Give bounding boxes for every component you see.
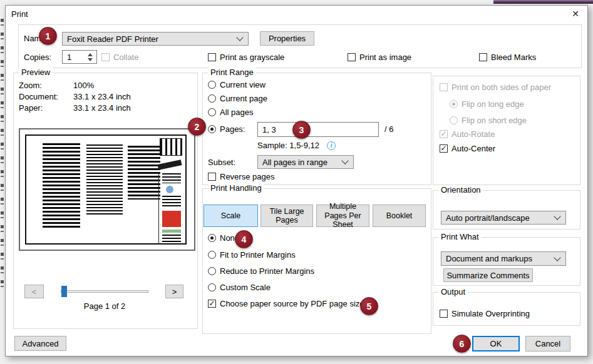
thumbnail-sidebar-text [162,173,181,183]
page-slider-handle[interactable] [61,286,67,297]
thumbnail-green-strip [162,230,181,233]
grayscale-checkbox[interactable]: Print as grayscale [208,53,284,62]
radio-all-pages[interactable]: All pages [208,108,253,117]
auto-rotate-checkbox-box [440,130,448,138]
radio-current-page[interactable]: Current page [208,94,267,103]
print-as-image-checkbox[interactable]: Print as image [348,53,411,62]
duplex-group: Print on both sides of paper Flip on lon… [433,76,580,185]
orientation-select[interactable]: Auto portrait/landscape [441,211,566,225]
grayscale-checkbox-box [208,53,216,61]
thumbnail-text-block [128,146,160,200]
close-button[interactable]: ✕ [567,7,584,21]
grayscale-label: Print as grayscale [220,53,284,62]
simulate-overprinting-checkbox[interactable]: Simulate Overprinting [440,309,530,318]
radio-current-view[interactable]: Current view [208,80,266,89]
paper-source-checkbox-box [208,300,216,308]
pages-input[interactable]: 1, 3 [257,122,379,137]
print-as-image-label: Print as image [359,53,411,62]
print-what-select[interactable]: Document and markups [441,251,566,266]
page-slider-track[interactable] [61,290,148,293]
radio-custom-scale[interactable]: Custom Scale [208,283,271,292]
print-what-group-title: Print What [438,232,482,241]
spin-up-icon [88,53,93,56]
tab-scale[interactable]: Scale [204,205,258,227]
print-dialog: Print ✕ Name: Foxit Reader PDF Printer P… [5,5,588,356]
thumbnail-sidebar-text [162,196,181,208]
ok-button[interactable]: OK [472,336,520,351]
orientation-group: Orientation Auto portrait/landscape [433,190,580,230]
radio-custom-scale-circle [208,283,216,291]
output-group: Output Simulate Overprinting [433,292,580,326]
cancel-button[interactable]: Cancel [525,336,570,351]
reverse-pages-checkbox[interactable]: Reverse pages [208,172,274,181]
spin-down-icon [88,58,93,61]
step-badge-6: 6 [453,335,471,353]
radio-flip-short-edge[interactable]: Flip on short edge [450,116,527,125]
previous-page-button[interactable]: < [24,285,44,298]
copies-spin-buttons[interactable] [85,51,95,63]
preview-group: Preview Zoom: 100% Document: 33.1 x 23.4… [13,73,198,329]
radio-reduce-to-printer-margins[interactable]: Reduce to Printer Margins [208,266,314,276]
step-badge-1: 1 [39,27,57,45]
orientation-group-title: Orientation [438,185,483,195]
bleed-marks-label: Bleed Marks [491,53,536,62]
radio-reduce-circle [208,267,216,275]
radio-current-page-circle [208,94,216,103]
copies-label: Copies: [24,53,51,62]
radio-current-view-circle [208,81,216,89]
subset-select[interactable]: All pages in range [257,155,354,169]
auto-center-checkbox[interactable]: Auto-Center [440,144,495,153]
both-sides-checkbox-box [440,83,448,91]
flip-short-label: Flip on short edge [462,116,527,125]
step-badge-2: 2 [188,118,206,136]
copies-stepper[interactable]: 1 [62,50,97,64]
output-group-title: Output [438,287,468,296]
print-handling-group: Print Handling Scale Tile Large Pages Mu… [202,188,431,334]
print-range-group: Print Range Current view Current page Al… [202,73,431,185]
auto-rotate-checkbox[interactable]: Auto-Rotate [440,129,495,139]
summarize-comments-button[interactable]: Summarize Comments [443,268,533,282]
chevron-down-icon [341,157,348,164]
tab-tile-large-pages[interactable]: Tile Large Pages [260,205,313,227]
radio-flip-long-edge[interactable]: Flip on long edge [450,99,524,109]
next-page-button[interactable]: > [165,285,183,298]
print-what-group: Print What Document and markups Summariz… [433,237,580,286]
print-what-value: Document and markups [446,254,532,263]
properties-button[interactable]: Properties [260,31,314,46]
auto-rotate-label: Auto-Rotate [451,129,495,139]
step-badge-3: 3 [292,121,311,139]
copies-value: 1 [67,53,71,62]
both-sides-checkbox[interactable]: Print on both sides of paper [440,83,551,92]
page-indicator: Page 1 of 2 [51,301,158,311]
print-as-image-checkbox-box [348,53,356,61]
radio-scale-none-circle [208,234,216,242]
dialog-title: Print [11,9,28,19]
thumbnail-titleblock [160,138,182,156]
info-icon[interactable]: i [327,141,336,150]
close-icon: ✕ [572,9,579,19]
radio-all-pages-circle [208,108,216,116]
radio-pages-circle [208,125,216,133]
pages-total: / 6 [384,124,393,134]
tab-multiple-pages-per-sheet[interactable]: Multiple Pages Per Sheet [316,205,369,227]
zoom-value: 100% [73,81,94,90]
radio-fit-to-printer-margins[interactable]: Fit to Printer Margins [208,250,296,260]
thumbnail-stamp [157,159,182,170]
reverse-pages-checkbox-box [208,173,216,181]
tab-booklet[interactable]: Booklet [373,205,426,227]
collate-checkbox[interactable]: Collate [101,53,138,62]
current-view-label: Current view [220,80,266,89]
printer-name-select[interactable]: Foxit Reader PDF Printer [62,32,249,46]
chevron-down-icon [554,254,560,261]
paper-source-checkbox[interactable]: Choose paper source by PDF page size [208,299,364,308]
sample-text: Sample: 1,5-9,12 [257,141,319,150]
subset-value: All pages in range [262,158,327,167]
radio-pages[interactable]: Pages: [208,124,245,134]
print-range-group-title: Print Range [208,68,256,77]
advanced-button[interactable]: Advanced [14,336,66,351]
bleed-marks-checkbox[interactable]: Bleed Marks [479,53,536,62]
collate-checkbox-box [101,53,110,61]
fit-label: Fit to Printer Margins [220,250,296,260]
reduce-label: Reduce to Printer Margins [220,266,314,276]
preview-thumbnail [19,128,195,251]
